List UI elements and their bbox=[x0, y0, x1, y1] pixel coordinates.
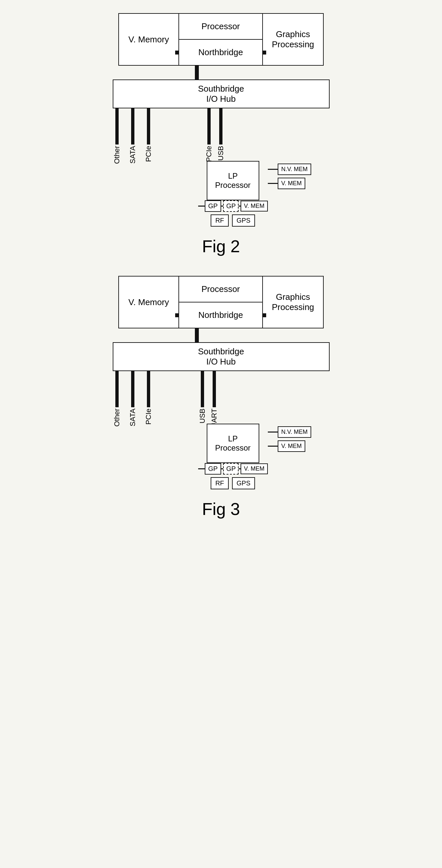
fig2-gps-box: GPS bbox=[232, 214, 255, 227]
fig3-nvmem-hline bbox=[268, 432, 278, 433]
fig3-bus-usb-line bbox=[201, 371, 204, 407]
fig3-graphics-label: Graphics Processing bbox=[272, 292, 314, 312]
fig2-gp-row: GP GP V. MEM bbox=[198, 200, 268, 212]
fig3-lp-label: LP Processor bbox=[215, 434, 251, 453]
fig2-vmem1-hline bbox=[268, 183, 278, 184]
fig3-processor-section: Processor bbox=[179, 277, 262, 303]
fig2-vmem1-row: V. MEM bbox=[268, 178, 311, 189]
fig2-bus-usb-line bbox=[219, 108, 223, 145]
fig2-lp-section: LP Processor GP GP V. MEM bbox=[113, 161, 330, 227]
fig3-gp-row: GP GP V. MEM bbox=[198, 463, 268, 474]
fig2-nvmem-box: N.V. MEM bbox=[278, 163, 311, 175]
fig3-graphics-box: Graphics Processing bbox=[263, 276, 324, 329]
fig2-bus-section: Other SATA PCIe PCIe bbox=[113, 108, 330, 161]
fig2-bus-pcie-line bbox=[147, 108, 150, 145]
fig3-nvmem-row: N.V. MEM bbox=[268, 426, 311, 438]
fig2-lp-gp-hline bbox=[198, 206, 205, 207]
fig2-label: Fig 2 bbox=[73, 237, 369, 256]
fig2-diagram: V. Memory Processor Northbridge Graphics… bbox=[96, 13, 346, 227]
fig2-northbridge-label: Northbridge bbox=[199, 47, 243, 58]
fig2-rf-gps-row: RF GPS bbox=[211, 214, 255, 227]
fig2-rf-box: RF bbox=[211, 214, 229, 227]
fig3-northbridge-label: Northbridge bbox=[199, 310, 243, 320]
fig3-top-to-sb-connector bbox=[195, 329, 199, 342]
fig3-northbridge-section: Northbridge bbox=[179, 303, 262, 328]
fig3-diagram: V. Memory Processor Northbridge Graphics… bbox=[96, 276, 346, 489]
fig2-nvmem-row: N.V. MEM bbox=[268, 163, 311, 175]
fig2-lp-col: LP Processor GP GP V. MEM bbox=[198, 161, 268, 227]
fig2-container: V. Memory Processor Northbridge Graphics… bbox=[73, 13, 369, 256]
fig3-vmem1-row: V. MEM bbox=[268, 440, 311, 452]
fig3-lp-top-buses: USB UART bbox=[198, 371, 218, 428]
fig3-bus-uart: UART bbox=[210, 371, 218, 428]
fig2-vmem2-box: V. MEM bbox=[240, 201, 267, 212]
fig3-nvmem-box: N.V. MEM bbox=[278, 426, 311, 438]
fig2-lp-label: LP Processor bbox=[215, 172, 251, 190]
fig2-lp-top-buses: PCIe USB bbox=[205, 108, 225, 162]
fig3-label: Fig 3 bbox=[73, 499, 369, 519]
fig2-vmemory-box: V. Memory bbox=[118, 13, 179, 66]
fig3-bus-other: Other bbox=[113, 371, 121, 427]
fig2-bus-pcie2: PCIe bbox=[205, 108, 213, 162]
fig2-bus-other-line bbox=[115, 108, 119, 145]
fig2-bus-pcie2-line bbox=[207, 108, 211, 145]
fig3-southbridge-box: Southbridge I/O Hub bbox=[113, 342, 330, 371]
fig3-lp-gp-hline bbox=[198, 468, 205, 469]
fig3-bus-section: Other SATA PCIe USB UART bbox=[113, 371, 330, 424]
fig3-gp-box: GP bbox=[205, 463, 222, 474]
fig2-bus-usb: USB bbox=[216, 108, 225, 161]
fig2-gp-box: GP bbox=[205, 200, 222, 212]
fig3-lp-section: LP Processor GP GP V. MEM bbox=[113, 424, 330, 489]
fig2-bus-pcie-label: PCIe bbox=[144, 146, 153, 162]
fig2-processor-label: Processor bbox=[202, 21, 240, 32]
fig2-nb-right-nub bbox=[262, 51, 266, 55]
fig3-bus-sata-line bbox=[131, 371, 135, 407]
fig3-bus-uart-line bbox=[213, 371, 216, 407]
fig2-mem-col: N.V. MEM V. MEM bbox=[268, 161, 311, 189]
fig2-vmem1-box: V. MEM bbox=[278, 178, 305, 189]
fig2-top-to-sb-connector bbox=[195, 66, 199, 80]
fig2-northbridge-section: Northbridge bbox=[179, 40, 262, 65]
fig3-container: V. Memory Processor Northbridge Graphics… bbox=[73, 276, 369, 519]
fig2-nvmem-hline bbox=[268, 169, 278, 170]
fig3-mem-col: N.V. MEM V. MEM bbox=[268, 424, 311, 452]
fig2-nb-left-nub bbox=[175, 51, 179, 55]
fig3-proc-nb-box: Processor Northbridge bbox=[179, 276, 263, 329]
fig3-lp-col: LP Processor GP GP V. MEM bbox=[198, 424, 268, 489]
fig3-rf-gps-row: RF GPS bbox=[211, 477, 255, 489]
fig3-bus-other-line bbox=[115, 371, 119, 407]
fig2-bus-pcie: PCIe bbox=[144, 108, 153, 162]
fig3-vmem2-box: V. MEM bbox=[240, 463, 267, 474]
fig2-graphics-box: Graphics Processing bbox=[263, 13, 324, 66]
fig3-bus-pcie-label: PCIe bbox=[144, 408, 153, 425]
fig2-bus-pcie2-label: PCIe bbox=[205, 146, 213, 162]
fig2-vmemory-label: V. Memory bbox=[128, 34, 169, 45]
fig2-gp-dashed-box: GP bbox=[223, 200, 239, 212]
fig2-bus-sata: SATA bbox=[128, 108, 137, 163]
fig3-southbridge-label: Southbridge I/O Hub bbox=[198, 346, 244, 367]
fig3-processor-label: Processor bbox=[202, 284, 240, 294]
fig3-vmemory-label: V. Memory bbox=[128, 297, 169, 307]
fig2-proc-nb-box: Processor Northbridge bbox=[179, 13, 263, 66]
fig3-vmem1-hline bbox=[268, 446, 278, 447]
fig3-vmem1-box: V. MEM bbox=[278, 440, 305, 452]
fig2-bus-sata-line bbox=[131, 108, 135, 145]
fig3-bus-pcie-line bbox=[147, 371, 150, 407]
fig3-gps-box: GPS bbox=[232, 477, 255, 489]
fig2-bus-other: Other bbox=[113, 108, 121, 164]
fig2-southbridge-box: Southbridge I/O Hub bbox=[113, 80, 330, 108]
fig3-rf-box: RF bbox=[211, 477, 229, 489]
fig3-gp-dashed-box: GP bbox=[223, 463, 239, 474]
fig3-lp-box: LP Processor bbox=[207, 424, 259, 463]
fig2-bus-usb-label: USB bbox=[216, 146, 225, 161]
fig3-vmemory-box: V. Memory bbox=[118, 276, 179, 329]
fig2-processor-section: Processor bbox=[179, 14, 262, 40]
fig3-bus-sata: SATA bbox=[128, 371, 137, 426]
fig3-bus-usb: USB bbox=[198, 371, 207, 423]
fig3-nb-left-nub bbox=[175, 313, 179, 317]
fig2-graphics-label: Graphics Processing bbox=[272, 29, 314, 50]
fig3-bus-usb-label: USB bbox=[198, 408, 207, 423]
fig3-bus-pcie: PCIe bbox=[144, 371, 153, 425]
fig2-southbridge-label: Southbridge I/O Hub bbox=[198, 84, 244, 104]
fig2-lp-box: LP Processor bbox=[207, 161, 259, 200]
